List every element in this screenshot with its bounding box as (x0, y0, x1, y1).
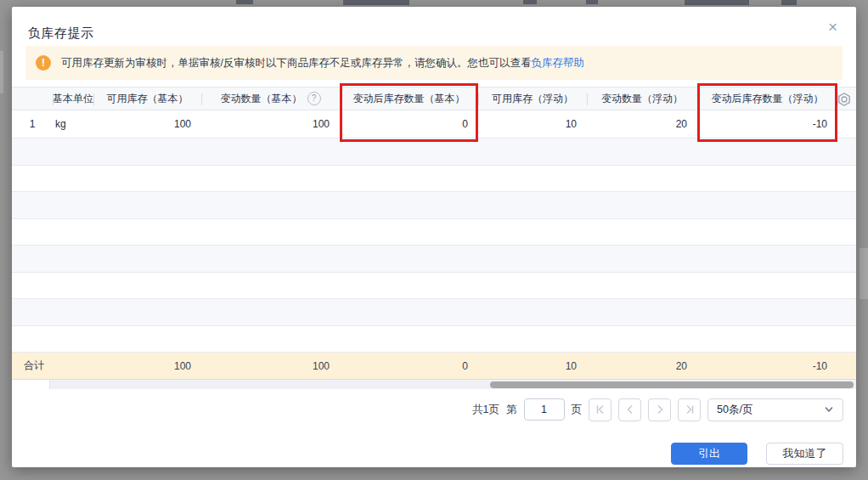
backdrop-fragment (860, 248, 868, 299)
cell-change_float: 20 (587, 110, 697, 138)
table-row[interactable]: 1kg10010001020-10 (12, 110, 856, 138)
next-page-button[interactable] (648, 398, 671, 421)
column-header-base_unit: 基本单位 (53, 88, 93, 110)
column-header-change_base: 变动数量（基本）? (201, 88, 340, 110)
empty-table-row (12, 246, 856, 273)
page-suffix-label: 页 (572, 403, 583, 417)
total-cell-avail_base: 100 (93, 360, 201, 372)
column-header-label: 可用库存（浮动） (492, 92, 573, 106)
column-header-label: 变动后库存数量（基本） (353, 92, 465, 106)
column-header-change_float: 变动数量（浮动） (587, 88, 697, 110)
prev-page-button[interactable] (618, 398, 641, 421)
total-cell-change_base: 100 (201, 360, 340, 372)
last-page-icon (685, 404, 695, 415)
export-button[interactable]: 引出 (671, 443, 747, 465)
horizontal-scrollbar-thumb[interactable] (490, 381, 854, 388)
negative-inventory-help-link[interactable]: 负库存帮助 (531, 57, 584, 69)
negative-inventory-dialog: 负库存提示 × ! 可用库存更新为审核时，单据审核/反审核时以下商品库存不足或库… (12, 7, 856, 467)
horizontal-scrollbar[interactable] (12, 379, 856, 389)
dialog-footer: 引出 我知道了 (671, 443, 843, 465)
close-icon[interactable]: × (828, 19, 837, 35)
next-page-icon (655, 404, 665, 415)
table-empty-rows (12, 138, 856, 353)
first-page-button[interactable] (589, 398, 612, 421)
last-page-button[interactable] (678, 398, 701, 421)
table-body: 1kg10010001020-10 (12, 110, 856, 138)
empty-table-row (12, 299, 856, 326)
empty-table-row (12, 138, 856, 166)
warning-icon: ! (36, 55, 51, 71)
total-cell-avail_float: 10 (478, 360, 587, 372)
column-header-label: 变动数量（浮动） (601, 92, 683, 106)
total-cell-after_float: -10 (697, 360, 837, 372)
column-header-after_base: 变动后库存数量（基本） (340, 88, 478, 110)
backdrop-fragment (236, 0, 253, 4)
backdrop-fragment (523, 0, 537, 4)
cell-after_base: 0 (340, 110, 478, 138)
cell-num: 1 (12, 110, 53, 138)
backdrop-fragment (685, 0, 749, 5)
total-pages-label: 共1页 (472, 403, 499, 417)
column-header-label: 变动后库存数量（浮动） (712, 92, 824, 106)
cell-avail_base: 100 (93, 110, 201, 138)
column-header-after_float: 变动后库存数量（浮动） (697, 88, 837, 110)
total-cell-after_base: 0 (340, 360, 478, 372)
cell-avail_float: 10 (478, 110, 587, 138)
column-header-avail_float: 可用库存（浮动） (478, 88, 587, 110)
page-number-input[interactable] (524, 398, 565, 421)
backdrop-fragment (343, 0, 409, 5)
backdrop-fragment (781, 0, 797, 5)
page-size-select[interactable]: 50条/页 (707, 398, 843, 421)
inventory-table: 基本单位可用库存（基本）变动数量（基本）?变动后库存数量（基本）可用库存（浮动）… (12, 87, 856, 379)
column-header-avail_base: 可用库存（基本） (93, 88, 201, 110)
chevron-down-icon (824, 404, 834, 415)
cell-base_unit: kg (53, 110, 93, 138)
help-icon[interactable]: ? (307, 92, 321, 105)
warning-text: 可用库存更新为审核时，单据审核/反审核时以下商品库存不足或库存异常，请您确认。您… (61, 56, 584, 71)
cell-change_base: 100 (201, 110, 340, 138)
prev-page-icon (625, 404, 635, 415)
warning-banner: ! 可用库存更新为审核时，单据审核/反审核时以下商品库存不足或库存异常，请您确认… (25, 46, 843, 80)
total-label: 合计 (12, 359, 93, 373)
backdrop-fragment (0, 51, 3, 93)
backdrop-fragment (586, 0, 598, 4)
confirm-button[interactable]: 我知道了 (766, 443, 843, 465)
total-cell-change_float: 20 (587, 360, 697, 372)
table-header-row: 基本单位可用库存（基本）变动数量（基本）?变动后库存数量（基本）可用库存（浮动）… (12, 87, 856, 110)
column-header-label: 可用库存（基本） (107, 92, 189, 106)
empty-table-row (12, 273, 856, 300)
cell-after_float: -10 (697, 110, 837, 138)
column-settings-gear-icon[interactable] (837, 92, 852, 107)
empty-table-row (12, 166, 856, 193)
page-size-value: 50条/页 (717, 403, 752, 417)
dialog-title: 负库存提示 (28, 25, 94, 42)
empty-table-row (12, 219, 856, 246)
pagination: 共1页 第 页 50条/页 (472, 398, 843, 421)
table-total-row: 合计10010001020-10 (12, 353, 856, 379)
column-header-label: 变动数量（基本） (221, 92, 302, 106)
empty-table-row (12, 192, 856, 219)
first-page-icon (595, 404, 606, 415)
scrollbar-corner (12, 380, 50, 389)
cell-settings (837, 110, 856, 138)
empty-table-row (12, 326, 856, 353)
column-header-label: 基本单位 (53, 92, 93, 106)
column-header-num (12, 88, 53, 110)
page-prefix-label: 第 (506, 403, 517, 417)
